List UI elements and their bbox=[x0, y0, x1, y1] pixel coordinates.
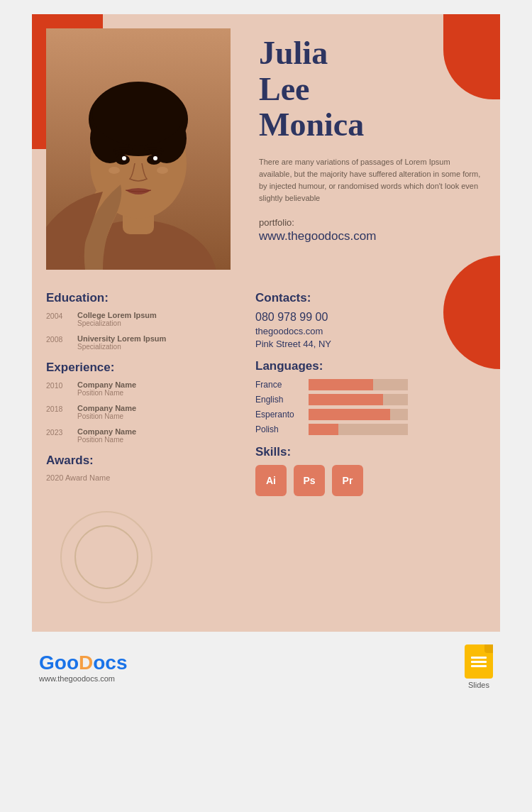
lang-polish: Polish bbox=[255, 424, 486, 435]
lang-name-polish: Polish bbox=[255, 424, 309, 434]
right-column: Contacts: 080 978 99 00 thegoodocs.com P… bbox=[245, 291, 486, 496]
svg-point-10 bbox=[122, 156, 126, 160]
experience-entry-2: 2018 Company Name Position Name bbox=[46, 404, 245, 420]
contacts-title: Contacts: bbox=[255, 291, 486, 305]
education-details-1: College Lorem Ipsum Specialization bbox=[77, 311, 245, 327]
exp-year-2: 2018 bbox=[46, 404, 77, 420]
svg-point-11 bbox=[153, 156, 157, 160]
lang-esperanto: Esperanto bbox=[255, 409, 486, 420]
skill-pr: Pr bbox=[332, 465, 363, 496]
education-entry-2: 2008 University Lorem Ipsum Specializati… bbox=[46, 334, 245, 351]
left-column: Education: 2004 College Lorem Ipsum Spec… bbox=[46, 291, 245, 496]
exp-year-1: 2010 bbox=[46, 380, 77, 397]
lang-english: English bbox=[255, 394, 486, 405]
logo-area: GooDocs www.thegoodocs.com bbox=[39, 652, 127, 683]
education-title: Education: bbox=[46, 291, 245, 305]
education-entry-1: 2004 College Lorem Ipsum Specialization bbox=[46, 311, 245, 327]
lang-bar-fill-polish bbox=[309, 424, 338, 435]
bio-text: There are many variations of passages of… bbox=[259, 156, 482, 204]
footer-url: www.thegoodocs.com bbox=[39, 674, 127, 683]
lang-bar-bg-english bbox=[309, 394, 408, 405]
exp-details-1: Company Name Position Name bbox=[77, 380, 245, 397]
education-year-1: 2004 bbox=[46, 311, 77, 327]
lang-bar-fill-esperanto bbox=[309, 409, 390, 420]
skill-ai: Ai bbox=[255, 465, 287, 496]
header-section: Julia Lee Monica There are many variatio… bbox=[32, 14, 500, 284]
skills-row: Ai Ps Pr bbox=[255, 465, 486, 496]
exp-details-3: Company Name Position Name bbox=[77, 427, 245, 444]
experience-entry-3: 2023 Company Name Position Name bbox=[46, 427, 245, 444]
slides-icon-lines bbox=[471, 657, 487, 667]
photo-area bbox=[46, 28, 245, 284]
footer-area: GooDocs www.thegoodocs.com Slides bbox=[32, 632, 500, 696]
resume-card: Julia Lee Monica There are many variatio… bbox=[32, 14, 500, 632]
education-sub-1: Specialization bbox=[77, 319, 245, 327]
slides-file-icon bbox=[465, 644, 493, 679]
candidate-name: Julia Lee Monica bbox=[259, 35, 482, 143]
exp-name-2: Company Name bbox=[77, 404, 245, 412]
lang-name-english: English bbox=[255, 395, 309, 405]
portfolio-label: portfolio: bbox=[259, 217, 482, 228]
education-sub-2: Specialization bbox=[77, 343, 245, 351]
slides-label: Slides bbox=[468, 681, 489, 689]
logo-dots: D bbox=[79, 652, 93, 674]
logo-goo: Goo bbox=[39, 652, 79, 674]
skill-ps: Ps bbox=[294, 465, 325, 496]
svg-point-7 bbox=[92, 82, 184, 146]
languages-title: Languages: bbox=[255, 359, 486, 373]
lang-name-esperanto: Esperanto bbox=[255, 410, 309, 419]
slides-line-3 bbox=[471, 665, 487, 667]
exp-sub-3: Position Name bbox=[77, 436, 245, 444]
lang-name-france: France bbox=[255, 380, 309, 390]
name-bio-area: Julia Lee Monica There are many variatio… bbox=[245, 14, 500, 284]
experience-entry-1: 2010 Company Name Position Name bbox=[46, 380, 245, 397]
slides-icon-area: Slides bbox=[465, 644, 493, 689]
bottom-section: Education: 2004 College Lorem Ipsum Spec… bbox=[32, 284, 500, 517]
svg-point-13 bbox=[157, 167, 168, 174]
award-entry: 2020 Award Name bbox=[46, 473, 245, 482]
exp-sub-2: Position Name bbox=[77, 412, 245, 420]
page-wrapper: Julia Lee Monica There are many variatio… bbox=[0, 0, 532, 710]
exp-year-3: 2023 bbox=[46, 427, 77, 444]
skills-title: Skills: bbox=[255, 445, 486, 459]
lang-bar-bg-polish bbox=[309, 424, 408, 435]
lang-bar-bg-esperanto bbox=[309, 409, 408, 420]
exp-name-1: Company Name bbox=[77, 380, 245, 389]
lang-bar-bg-france bbox=[309, 379, 408, 390]
decorative-circle-small bbox=[74, 525, 138, 589]
lang-bar-fill-english bbox=[309, 394, 383, 405]
contact-email: thegoodocs.com bbox=[255, 326, 486, 336]
portfolio-url: www.thegoodocs.com bbox=[259, 229, 482, 243]
experience-title: Experience: bbox=[46, 361, 245, 375]
exp-name-3: Company Name bbox=[77, 427, 245, 436]
lang-france: France bbox=[255, 379, 486, 390]
svg-point-12 bbox=[109, 167, 120, 174]
education-name-2: University Lorem Ipsum bbox=[77, 334, 245, 343]
slides-line-1 bbox=[471, 657, 487, 659]
slides-line-2 bbox=[471, 661, 487, 663]
education-details-2: University Lorem Ipsum Specialization bbox=[77, 334, 245, 351]
contact-address: Pink Street 44, NY bbox=[255, 339, 486, 349]
profile-photo bbox=[46, 28, 231, 270]
contact-phone: 080 978 99 00 bbox=[255, 311, 486, 324]
logo-text: GooDocs bbox=[39, 652, 127, 674]
exp-details-2: Company Name Position Name bbox=[77, 404, 245, 420]
education-year-2: 2008 bbox=[46, 334, 77, 351]
logo-ocs: ocs bbox=[93, 652, 127, 674]
lang-bar-fill-france bbox=[309, 379, 373, 390]
education-name-1: College Lorem Ipsum bbox=[77, 311, 245, 319]
exp-sub-1: Position Name bbox=[77, 389, 245, 397]
awards-title: Awards: bbox=[46, 454, 245, 468]
